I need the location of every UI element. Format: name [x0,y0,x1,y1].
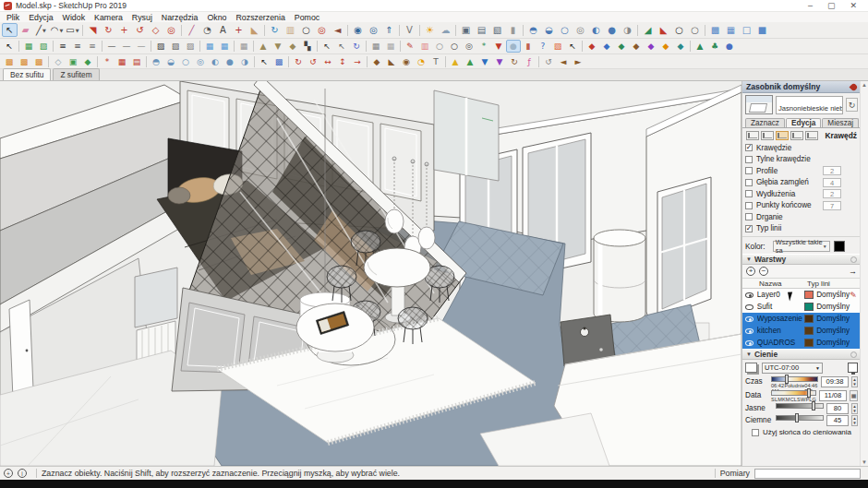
style-tab-edycja[interactable]: Edycja [786,118,821,127]
cursor-tool-b-icon[interactable]: ↖ [334,40,349,53]
layer-row-quadros[interactable]: QUADROSDomyślny [742,337,861,349]
style-hidden-line-icon[interactable]: ◎ [573,23,588,37]
menu-item-rozszerzenia[interactable]: Rozszerzenia [232,13,290,22]
fredoscale-3-icon[interactable]: ◆ [614,40,629,53]
render-style-3-icon[interactable]: ○ [178,55,193,67]
fredoscale-2-icon[interactable]: ◆ [599,40,614,53]
layer-color-swatch[interactable] [804,315,814,323]
visibility-eye-icon[interactable] [742,328,757,334]
window-model-info-icon[interactable]: ▣ [458,23,474,37]
tree-cube-tool-icon[interactable]: ▲ [693,40,707,53]
section-plane-tool-icon[interactable]: ◢ [640,23,656,37]
edge-display-3-icon[interactable] [776,131,789,140]
layer-color-swatch[interactable] [804,339,814,347]
fog-toggle-icon[interactable]: ☁ [438,23,453,37]
info-icon[interactable]: i [18,469,27,478]
cursor-tool-c-icon[interactable]: ↖ [565,40,580,53]
column-header-name[interactable]: Nazwa [742,280,807,288]
grid-blue-2-icon[interactable]: ▦ [217,40,232,53]
option-value-field[interactable]: 2 [823,189,841,198]
view-top-icon[interactable]: ▦ [723,23,739,37]
view-front-icon[interactable]: □ [739,23,754,37]
edge-color-swatch[interactable] [834,241,845,252]
visibility-eye-icon[interactable] [742,304,757,310]
color-mode-select[interactable]: Wszystkie takie sa ▼ [773,241,830,252]
follow-me-tool-icon[interactable]: ↻ [101,23,116,37]
dark-spinner[interactable]: ▲▼ [851,415,858,426]
red-pencil-tool-icon[interactable]: ✎ [403,40,417,53]
grid-tool-c-icon[interactable]: ▦ [368,40,383,53]
edge-display-5-icon[interactable] [805,131,818,140]
circle-tool-icon[interactable]: ○ [432,40,447,53]
thermometer-tool-icon[interactable]: ▮ [521,40,536,53]
edge-diag-2-icon[interactable]: ▨ [168,40,183,53]
scale-tool-icon[interactable]: ◇ [148,23,163,37]
clock-tool-icon[interactable]: ◔ [414,55,428,67]
lineweight-med-icon[interactable]: ≡ [70,40,85,53]
column-header-linetype[interactable]: Typ lini [807,280,830,288]
głębia-zamgleń-checkbox[interactable] [745,179,753,186]
pan-tool-icon[interactable]: ▥ [283,23,298,37]
style-refresh-button[interactable]: ↻ [846,98,858,112]
edge-display-4-icon[interactable] [790,131,803,140]
view-iso-icon[interactable]: ▩ [707,23,723,37]
position-camera-tool-icon[interactable]: ◉ [350,23,366,37]
dash-style-3-icon[interactable]: — [134,40,149,53]
visibility-eye-icon[interactable] [742,292,757,298]
date-slider[interactable]: SLMKMCLSWPLG [771,389,816,401]
measurements-input[interactable] [754,469,861,479]
scene-tab-bez-sufitu[interactable]: Bez sufitu [3,68,51,80]
shadow-toggle-icon[interactable] [745,363,757,373]
shield-tool-icon[interactable]: ◇ [51,55,66,67]
zoom-extents-tool-icon[interactable]: ◎ [314,23,330,37]
artisan-tool-1-icon[interactable]: ▲ [448,55,463,67]
style-tab-zaznacz[interactable]: Zaznacz [745,118,785,127]
timezone-select[interactable]: UTC-07:00 ▼ [762,363,823,374]
section-fill-tool-icon[interactable]: ◣ [656,23,671,37]
menu-item-narzędzia[interactable]: Narzędzia [157,13,203,22]
grid-plain-icon[interactable]: ▦ [236,40,251,53]
edge-diag-1-icon[interactable]: ▨ [153,40,168,53]
style-xray-icon[interactable]: ◓ [525,23,541,37]
view-side-icon[interactable]: ■ [754,23,770,37]
artisan-tool-5-icon[interactable]: ↻ [507,55,522,67]
tree-tool-icon[interactable]: ♣ [707,40,722,53]
sphere-blue-tool-icon[interactable]: ● [722,40,737,53]
light-slider[interactable] [776,402,824,414]
time-value-field[interactable]: 09:38 [821,376,849,387]
select-arrow-icon[interactable]: ↖ [2,40,17,53]
move-tool-icon[interactable]: + [116,23,132,37]
shadows-toggle-icon[interactable]: ☀ [422,23,438,37]
layer-row-sufit[interactable]: SufitDomyślny [742,301,861,313]
window-entity-info-icon[interactable]: ▤ [474,23,489,37]
tylne-krawędzie-checkbox[interactable] [745,156,753,163]
edge-display-2-icon[interactable] [761,131,774,140]
menu-item-plik[interactable]: Plik [2,13,24,22]
gear-red-tool-icon[interactable]: * [100,55,115,67]
grid-tool-d-icon[interactable]: ▦ [383,40,398,53]
grid-red-tool-icon[interactable]: ▦ [115,55,129,67]
render-style-7-icon[interactable]: ◑ [237,55,252,67]
sphere-tool-icon[interactable]: ● [506,40,521,53]
dark-slider[interactable] [776,414,824,426]
sandbox-contours-icon[interactable]: ▲ [256,40,271,53]
render-style-5-icon[interactable]: ◐ [208,55,223,67]
brown-tool-2-icon[interactable]: ◣ [384,55,399,67]
time-spinner[interactable]: ▲▼ [851,376,858,387]
edge-display-1-icon[interactable] [746,131,759,140]
artisan-tool-4-icon[interactable]: ▼ [492,55,507,67]
sandbox-scratch-icon[interactable]: ▼ [271,40,285,53]
light-spinner[interactable]: ▲▼ [851,403,858,414]
pink-square-tool-icon[interactable]: ▥ [417,40,432,53]
window-materials-icon[interactable]: ▧ [489,23,505,37]
layer-color-swatch[interactable] [804,291,814,299]
artisan-tool-3-icon[interactable]: ▼ [477,55,492,67]
layer-color-swatch[interactable] [804,303,814,311]
profile-checkbox[interactable] [745,167,753,174]
tape-measure-tool-icon[interactable]: ╱ [184,23,199,37]
minimize-button[interactable]: – [808,1,813,10]
fx-tool-icon[interactable]: ƒ [522,55,536,67]
stretch-tool-icon[interactable]: ↔ [320,55,335,67]
render-style-1-icon[interactable]: ◓ [149,55,163,67]
select-tool-icon[interactable]: ↖ [2,23,18,37]
